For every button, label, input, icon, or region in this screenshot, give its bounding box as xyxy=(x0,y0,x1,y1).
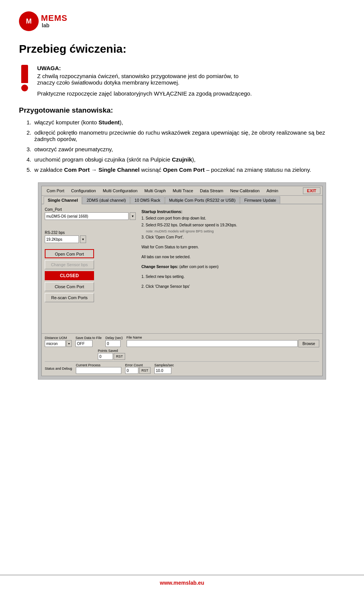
status-debug-label: Status and Debug xyxy=(45,367,72,370)
samples-input[interactable] xyxy=(154,367,171,374)
save-data-group: Save Data to File xyxy=(75,336,102,347)
tab-firmware-update[interactable]: Firmware Update xyxy=(240,196,280,204)
com-port-label: Com_Port xyxy=(45,207,136,212)
app-content: Com_Port ▼ RS-232 bps ▼ xyxy=(42,204,322,333)
save-data-input[interactable] xyxy=(75,340,93,347)
rs232-dropdown-arrow[interactable]: ▼ xyxy=(80,235,86,243)
status-badge: CLOSED xyxy=(45,271,94,280)
rst-button[interactable]: RST xyxy=(114,353,125,360)
instruction-step3: 3. Click 'Open Com Port'. xyxy=(141,235,317,240)
file-name-row: Browse xyxy=(127,340,319,347)
instruction-step1: 1. Select com port from drop down list. xyxy=(141,216,317,221)
error-count-row: RST xyxy=(125,367,151,374)
distance-uom-arrow[interactable]: ▼ xyxy=(66,340,72,347)
rst2-button[interactable]: RST xyxy=(139,367,151,374)
page-title: Przebieg ćwiczenia: xyxy=(19,42,345,55)
status-row: Status and Debug Current Process Error C… xyxy=(45,361,319,374)
instructions-title: Startup Instructions: xyxy=(141,209,317,214)
samples-label: Samples/sec xyxy=(154,363,174,367)
menu-bar: Com Port Configuration Multi Configurati… xyxy=(42,186,322,196)
exit-button[interactable]: EXIT xyxy=(303,187,320,194)
menu-item-multigraph[interactable]: Multi Graph xyxy=(141,188,169,194)
com-port-input[interactable] xyxy=(45,212,129,220)
logo-brand: MEMS xyxy=(41,14,67,23)
distance-uom-select-row: ▼ xyxy=(45,340,72,347)
close-com-port-button[interactable]: Close Com Port xyxy=(45,282,94,291)
menu-item-multitrace[interactable]: Multi Trace xyxy=(169,188,196,194)
tab-multiple-com-ports[interactable]: Multiple Com Ports (RS232 or USB) xyxy=(165,196,240,204)
com-port-group: Com_Port ▼ xyxy=(45,207,136,220)
warning-line1: Z chwilą rozpoczynania ćwiczeń, stanowis… xyxy=(37,73,345,86)
warning-icon xyxy=(19,65,30,91)
points-saved-input[interactable] xyxy=(98,353,113,360)
warning-text: UWAGA: Z chwilą rozpoczynania ćwiczeń, s… xyxy=(37,65,345,97)
points-saved-row: RST xyxy=(98,353,125,360)
instruction-step2: 2. Select RS-232 bps. Default sensor spe… xyxy=(141,223,317,228)
instruction-change-sensor: Change Sensor bps: (after com port is op… xyxy=(141,264,317,270)
delay-input[interactable] xyxy=(105,340,121,347)
left-panel: Com_Port ▼ RS-232 bps ▼ xyxy=(45,207,136,330)
bottom-bar: Distance UOM ▼ Save Data to File Delay ( xyxy=(42,333,322,376)
points-saved-group: Points Saved RST xyxy=(98,349,125,360)
rescan-button[interactable]: Re-scan Com Ports xyxy=(45,293,94,302)
exclamation-dot xyxy=(21,85,28,91)
file-name-group: File Name Browse xyxy=(127,336,319,347)
bottom-row-1: Distance UOM ▼ Save Data to File Delay ( xyxy=(45,336,319,347)
footer-divider xyxy=(0,574,364,575)
samples-group: Samples/sec xyxy=(154,363,174,374)
file-name-input[interactable] xyxy=(127,340,298,347)
warning-line3: Praktyczne rozpoczęcie zajęć laboratoryj… xyxy=(37,90,345,97)
delay-group: Delay (sec) xyxy=(105,336,123,347)
header: M MEMS lab xyxy=(19,11,345,31)
com-port-select-row: ▼ xyxy=(45,212,136,220)
list-item: 5. w zakładce Com Port → Single Channel … xyxy=(27,166,345,173)
rs232-select-row: ▼ xyxy=(45,235,136,243)
change-sensor-button[interactable]: Change Sensor bps xyxy=(45,260,94,269)
rs232-input[interactable] xyxy=(45,235,79,243)
list-item: 4. uruchomić program obsługi czujnika (s… xyxy=(27,156,345,163)
points-saved-label: Points Saved xyxy=(98,349,125,353)
instruction-wait: Wait for Com Status to turn green. xyxy=(141,245,317,250)
status-debug-group: Status and Debug xyxy=(45,367,72,370)
distance-uom-label: Distance UOM xyxy=(45,336,72,340)
menu-item-multiconfig[interactable]: Multi Configuration xyxy=(100,188,141,194)
list-item: 2. odkręcić pokrętło manometru przeciwni… xyxy=(27,129,345,142)
menu-item-configuration[interactable]: Configuration xyxy=(68,188,99,194)
steps-list: 1. włączyć komputer (konto Student), 2. … xyxy=(19,119,345,173)
error-count-label: Error Count xyxy=(125,363,151,367)
current-process-input[interactable] xyxy=(76,367,121,374)
rs232-group: RS-232 bps ▼ xyxy=(45,231,136,243)
bottom-row-2: Points Saved RST xyxy=(45,349,319,360)
menu-item-comport[interactable]: Com Port xyxy=(44,188,67,194)
tab-10dms-rack[interactable]: 10 DMS Rack xyxy=(130,196,165,204)
menu-item-admin[interactable]: Admin xyxy=(264,188,281,194)
error-count-group: Error Count RST xyxy=(125,363,151,374)
current-process-group: Current Process xyxy=(76,363,121,374)
instruction-all-tabs: All tabs can now be selected. xyxy=(141,254,317,260)
logo-sub: lab xyxy=(42,23,67,28)
tab-2dms[interactable]: 2DMS (dual channel) xyxy=(82,196,130,204)
open-com-port-button[interactable]: Open Com Port xyxy=(45,249,94,258)
menu-item-newcalib[interactable]: New Calibration xyxy=(227,188,263,194)
menu-item-datastream[interactable]: Data Stream xyxy=(197,188,226,194)
footer-link[interactable]: www.memslab.eu xyxy=(160,580,204,586)
instruction-click-change: 2. Click 'Change Sensor bps' xyxy=(141,284,317,289)
distance-uom-input[interactable] xyxy=(45,340,66,347)
right-panel: Startup Instructions: 1. Select com port… xyxy=(140,207,319,330)
delay-label: Delay (sec) xyxy=(105,336,123,340)
error-count-input[interactable] xyxy=(125,367,138,374)
file-name-label: File Name xyxy=(127,336,319,339)
distance-uom-group: Distance UOM ▼ xyxy=(45,336,72,347)
tab-bar: Single Channel 2DMS (dual channel) 10 DM… xyxy=(42,196,322,204)
screenshot-container: Com Port Configuration Multi Configurati… xyxy=(38,182,326,380)
delay-row xyxy=(105,340,123,347)
save-data-label: Save Data to File xyxy=(75,336,102,340)
current-process-label: Current Process xyxy=(76,363,121,367)
section-heading: Przygotowanie stanowiska: xyxy=(19,106,345,115)
rs232-label: RS-232 bps xyxy=(45,231,136,235)
com-port-dropdown-arrow[interactable]: ▼ xyxy=(130,212,136,220)
browse-button[interactable]: Browse xyxy=(298,340,319,347)
warning-block: UWAGA: Z chwilą rozpoczynania ćwiczeń, s… xyxy=(19,65,345,97)
list-item: 3. otworzyć zawór pneumatyczny, xyxy=(27,146,345,152)
tab-single-channel[interactable]: Single Channel xyxy=(44,196,82,204)
